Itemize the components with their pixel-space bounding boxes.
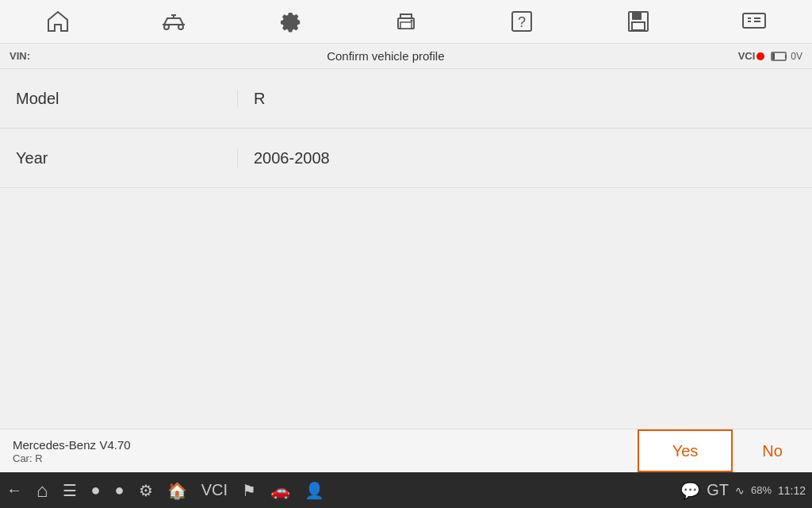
diagnostic-icon[interactable]: ⚑ xyxy=(242,481,256,500)
action-buttons: Yes No xyxy=(638,429,812,472)
wifi-icon: ∿ xyxy=(735,484,745,497)
user-icon[interactable]: 👤 xyxy=(304,481,324,500)
vci-status-dot xyxy=(756,52,764,60)
model-row: Model R xyxy=(0,69,812,129)
svg-point-1 xyxy=(178,25,183,29)
sys-left-icons: ← ⌂ ☰ ● ● ⚙ 🏠 VCI ⚑ 🚗 👤 xyxy=(6,479,324,502)
svg-rect-8 xyxy=(632,12,642,20)
help-icon[interactable]: ? xyxy=(490,10,553,33)
vci-badge: VCI xyxy=(738,50,765,62)
brand-info: Mercedes-Benz V4.70 Car: R xyxy=(0,438,638,464)
back-icon[interactable]: ← xyxy=(6,481,22,499)
version-label: V4.70 xyxy=(100,438,131,452)
tools-icon[interactable]: ⚙ xyxy=(139,481,153,500)
top-toolbar: ? xyxy=(0,0,812,44)
year-value: 2006-2008 xyxy=(238,149,812,167)
model-label: Model xyxy=(0,90,238,108)
svg-rect-9 xyxy=(632,22,645,30)
svg-text:?: ? xyxy=(518,14,526,30)
main-content: Model R Year 2006-2008 xyxy=(0,69,812,429)
sys-right-status: 💬 GT ∿ 68% 11:12 xyxy=(680,481,806,500)
car-icon[interactable] xyxy=(142,10,205,33)
print-icon[interactable] xyxy=(374,10,438,33)
battery-voltage: 0V xyxy=(791,51,802,62)
gt-label: GT xyxy=(707,481,729,499)
year-label: Year xyxy=(0,149,238,167)
save-icon[interactable] xyxy=(607,10,670,33)
svg-rect-3 xyxy=(400,22,412,29)
bottom-action-bar: Mercedes-Benz V4.70 Car: R Yes No xyxy=(0,429,812,472)
car-info: Car: R xyxy=(13,452,625,464)
vci-small-icon[interactable]: VCI xyxy=(201,481,228,499)
vci-text: VCI xyxy=(738,50,756,62)
system-clock: 11:12 xyxy=(778,484,806,497)
battery-area: 0V xyxy=(771,51,802,62)
messages-icon[interactable] xyxy=(722,10,786,33)
page-title: Confirm vehicle profile xyxy=(33,49,738,63)
battery-icon xyxy=(771,51,788,62)
home2-icon[interactable]: 🏠 xyxy=(167,481,187,500)
brand-name: Mercedes-Benz xyxy=(13,438,96,452)
vin-label: VIN: xyxy=(10,50,30,62)
year-row: Year 2006-2008 xyxy=(0,129,812,188)
menu-icon[interactable]: ☰ xyxy=(63,481,77,500)
battery-percent: 68% xyxy=(751,484,772,496)
sys-home-icon[interactable]: ⌂ xyxy=(36,479,48,502)
system-bar: ← ⌂ ☰ ● ● ⚙ 🏠 VCI ⚑ 🚗 👤 💬 GT ∿ 68% 11:12 xyxy=(0,472,812,508)
vci-area: VCI 0V xyxy=(738,50,802,62)
brand-name-line: Mercedes-Benz V4.70 xyxy=(13,438,625,452)
status-bar: VIN: Confirm vehicle profile VCI 0V xyxy=(0,44,812,69)
settings-icon[interactable] xyxy=(259,10,322,33)
model-value: R xyxy=(238,90,812,108)
car2-icon[interactable]: 🚗 xyxy=(270,481,290,500)
chat-icon: 💬 xyxy=(680,481,700,500)
search-icon[interactable]: ● xyxy=(91,481,101,499)
svg-point-0 xyxy=(164,25,169,29)
camera-icon[interactable]: ● xyxy=(115,481,124,499)
svg-point-4 xyxy=(410,20,412,22)
yes-button[interactable]: Yes xyxy=(638,429,733,472)
no-button[interactable]: No xyxy=(733,429,812,472)
svg-rect-12 xyxy=(772,53,775,60)
home-icon[interactable] xyxy=(26,10,90,33)
